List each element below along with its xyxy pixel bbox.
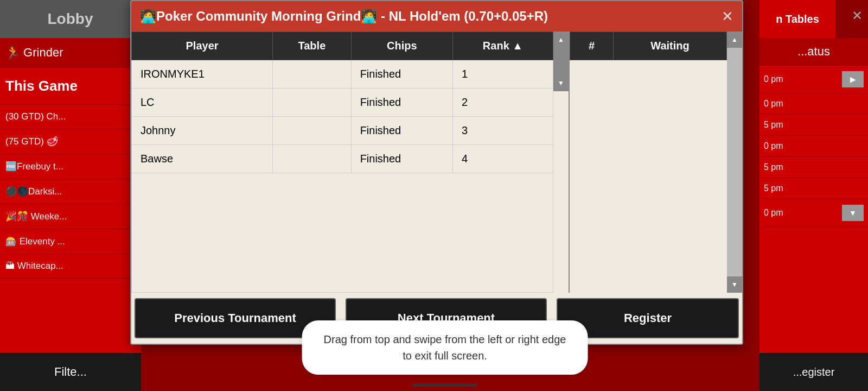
players-section: Player Table Chips Rank ▲ IRONMYKE1 <box>131 31 569 293</box>
player-name: LC <box>132 89 273 117</box>
status-panel: ...atus 0 pm ▶ 0 pm 5 pm 0 pm 5 pm 5 pm … <box>760 38 868 353</box>
lobby-tab-label: Lobby <box>48 10 93 28</box>
list-item[interactable]: 🎰 Eleventy ... <box>0 229 141 254</box>
modal-close-button[interactable]: ✕ <box>722 9 733 23</box>
table-row: LC Finished 2 <box>132 89 553 117</box>
scroll-down-button[interactable]: ▼ <box>553 75 569 91</box>
status-item[interactable]: 0 pm ▼ <box>760 199 868 227</box>
empty-table-area <box>131 173 553 293</box>
list-item[interactable]: (75 GTD) 🥩 <box>0 129 141 154</box>
modal-titlebar: 🧑‍💻Poker Community Morning Grind🧑‍💻 - NL… <box>131 1 742 31</box>
table-row: Johnny Finished 3 <box>132 117 553 145</box>
table-row: Bawse Finished 4 <box>132 145 553 173</box>
col-table: Table <box>273 32 351 60</box>
player-rank: 3 <box>452 117 553 145</box>
status-item[interactable]: 5 pm <box>760 115 868 136</box>
status-item[interactable]: 0 pm ▶ <box>760 66 868 93</box>
this-game-label: This Game <box>0 68 141 105</box>
grinder-label: 🏃 Grinder <box>5 46 63 59</box>
scroll-down-arrow[interactable]: ▼ <box>842 205 864 221</box>
right-close[interactable]: ✕ <box>852 8 863 23</box>
player-name: Bawse <box>132 145 273 173</box>
hint-tooltip: Drag from top and swipe from the left or… <box>302 320 588 375</box>
scroll-up-button[interactable]: ▲ <box>553 31 569 48</box>
waiting-table: # Waiting <box>570 31 727 60</box>
modal-body: Player Table Chips Rank ▲ IRONMYKE1 <box>131 31 742 293</box>
waiting-empty-area <box>570 60 727 223</box>
status-item[interactable]: 5 pm <box>760 178 868 199</box>
grinder-header: 🏃 Grinder <box>0 38 141 68</box>
player-chips: Finished <box>351 60 452 89</box>
tables-tab[interactable]: n Tables <box>760 0 835 38</box>
scroll-track <box>553 48 569 75</box>
player-table <box>273 89 351 117</box>
scroll-right-arrow[interactable]: ▶ <box>842 71 864 87</box>
lobby-tab[interactable]: Lobby <box>0 0 141 38</box>
list-item[interactable]: 🆓Freebuy t... <box>0 154 141 179</box>
player-rank: 2 <box>452 89 553 117</box>
col-chips: Chips <box>351 32 452 60</box>
hint-text: Drag from top and swipe from the left or… <box>324 333 566 362</box>
col-player: Player <box>132 32 273 60</box>
col-waiting: Waiting <box>614 32 727 60</box>
player-table <box>273 60 351 89</box>
list-item[interactable]: 🏔 Whitecap... <box>0 254 141 279</box>
scroll-thumb <box>553 48 569 75</box>
col-rank: Rank ▲ <box>452 32 553 60</box>
list-item[interactable]: ⚫🌑Darksi... <box>0 179 141 204</box>
modal-title: 🧑‍💻Poker Community Morning Grind🧑‍💻 - NL… <box>140 9 548 24</box>
modal-overlay: 🧑‍💻Poker Community Morning Grind🧑‍💻 - NL… <box>130 0 760 391</box>
right-background: n Tables ✕ ...atus 0 pm ▶ 0 pm 5 pm 0 pm… <box>760 0 868 391</box>
player-chips: Finished <box>351 145 452 173</box>
status-header: ...atus <box>760 38 868 66</box>
waiting-scroll-up[interactable]: ▲ <box>727 31 742 48</box>
player-table <box>273 145 351 173</box>
waiting-scroll-down[interactable]: ▼ <box>727 276 742 293</box>
register-button-right[interactable]: ...egister <box>760 353 868 391</box>
lobby-panel: 🏃 Grinder This Game (30 GTD) Ch... (75 G… <box>0 38 141 391</box>
player-name: Johnny <box>132 117 273 145</box>
col-hash: # <box>570 32 614 60</box>
player-rank: 4 <box>452 145 553 173</box>
players-scrollbar[interactable]: ▲ ▼ <box>553 31 569 91</box>
status-item[interactable]: 0 pm <box>760 93 868 115</box>
waiting-section: # Waiting ▲ <box>569 31 742 293</box>
player-chips: Finished <box>351 89 452 117</box>
home-indicator <box>412 384 477 387</box>
list-item[interactable]: 🎉🎊 Weeke... <box>0 204 141 229</box>
status-item[interactable]: 5 pm <box>760 157 868 178</box>
filter-button[interactable]: Filte... <box>0 353 141 391</box>
table-row: IRONMYKE1 Finished 1 <box>132 60 553 89</box>
player-name: IRONMYKE1 <box>132 60 273 89</box>
status-item[interactable]: 0 pm <box>760 136 868 157</box>
player-table <box>273 117 351 145</box>
list-item[interactable]: (30 GTD) Ch... <box>0 105 141 129</box>
players-table: Player Table Chips Rank ▲ IRONMYKE1 <box>131 31 553 173</box>
modal-window: 🧑‍💻Poker Community Morning Grind🧑‍💻 - NL… <box>130 0 743 345</box>
waiting-scrollbar[interactable]: ▲ ▼ <box>727 31 742 293</box>
waiting-scroll-track <box>727 48 742 276</box>
player-rank: 1 <box>452 60 553 89</box>
player-chips: Finished <box>351 117 452 145</box>
